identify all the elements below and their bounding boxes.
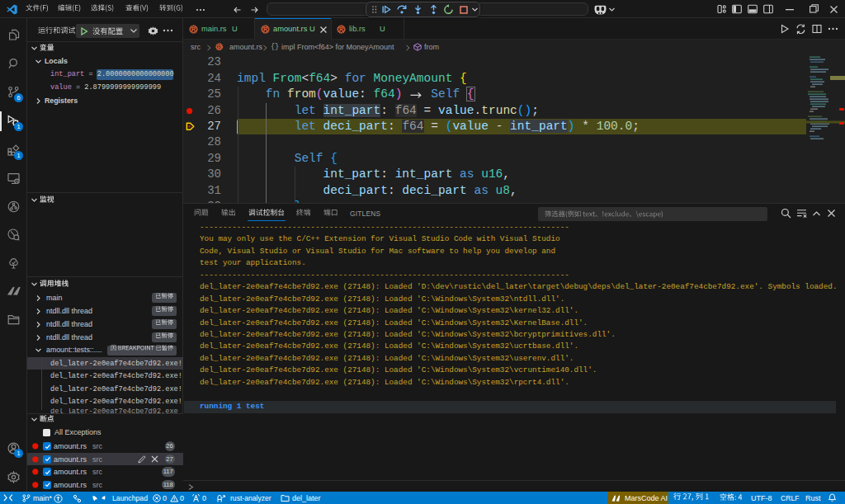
svg-text:R: R: [263, 26, 267, 32]
svg-text:R: R: [339, 26, 343, 32]
svg-text:R: R: [191, 26, 196, 32]
